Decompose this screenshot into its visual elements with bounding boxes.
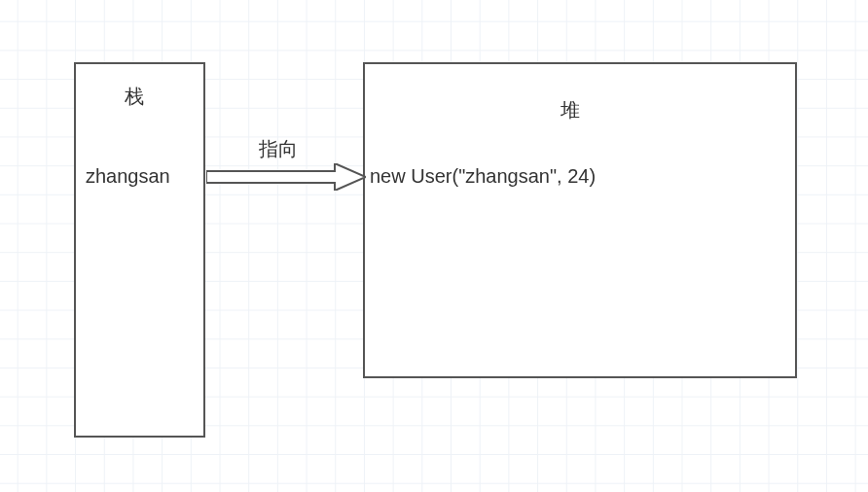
heap-expression: new User("zhangsan", 24) xyxy=(370,165,596,188)
heap-box xyxy=(363,62,797,378)
stack-title: 栈 xyxy=(125,84,144,110)
arrow-label: 指向 xyxy=(259,136,298,162)
heap-title: 堆 xyxy=(561,97,580,123)
stack-variable: zhangsan xyxy=(86,165,170,188)
stack-box xyxy=(74,62,205,438)
arrow-icon xyxy=(206,163,366,191)
